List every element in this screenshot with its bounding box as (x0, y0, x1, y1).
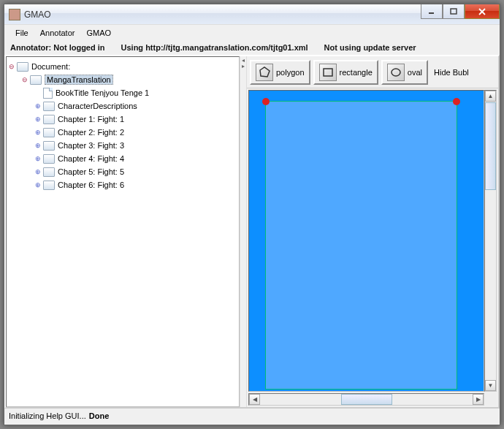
tree-label: Chapter 5: Fight: 5 (58, 167, 124, 176)
expand-icon[interactable]: ⊕ (34, 156, 41, 162)
svg-point-6 (392, 69, 400, 76)
oval-label: oval (408, 68, 422, 77)
tree-label: CharacterDescriptions (58, 102, 137, 110)
horizontal-scrollbar[interactable]: ◀ ▶ (248, 393, 484, 406)
expand-icon[interactable]: ⊕ (34, 129, 41, 136)
scroll-corner (484, 393, 497, 406)
close-button[interactable] (465, 4, 500, 19)
collapse-icon[interactable]: ⊖ (8, 64, 15, 70)
tree-label: Document: (31, 62, 70, 71)
scroll-left-icon[interactable]: ◀ (249, 394, 260, 405)
shape-toolbar: polygon rectangle oval Hide Bubl (247, 56, 498, 88)
folder-icon (43, 167, 55, 177)
selection-handle-nw[interactable] (262, 98, 270, 105)
app-window: GMAO File Annotator GMAO Annotator: Not … (4, 4, 500, 425)
menu-file[interactable]: File (10, 27, 34, 39)
folder-icon (30, 75, 42, 85)
hscroll-thumb[interactable] (341, 394, 392, 405)
login-status: Annotator: Not logged in (10, 43, 105, 52)
expand-icon[interactable]: ⊕ (34, 103, 41, 110)
info-bar: Annotator: Not logged in Using http://tj… (4, 40, 500, 55)
tree-label: MangaTranslation (45, 75, 113, 85)
menu-gmao[interactable]: GMAO (81, 27, 116, 39)
splitter-right-icon[interactable]: ▸ (242, 64, 245, 69)
app-icon (9, 9, 20, 20)
source-url: Using http://tjtg.mangatranslation.com/t… (121, 43, 308, 52)
update-status: Not using update server (324, 43, 416, 52)
file-icon (43, 88, 53, 99)
tree-label: Chapter 3: Fight: 3 (58, 141, 124, 150)
menu-annotator[interactable]: Annotator (35, 27, 80, 39)
folder-icon (43, 154, 55, 164)
vscroll-thumb[interactable] (485, 102, 496, 190)
tree-row[interactable]: ⊕Chapter 4: Fight: 4 (8, 152, 237, 165)
tree-row[interactable]: ⊕CharacterDescriptions (8, 99, 237, 113)
polygon-icon (256, 64, 273, 81)
tree-row[interactable]: ⊕Chapter 6: Fight: 6 (8, 178, 237, 191)
titlebar[interactable]: GMAO (4, 4, 500, 25)
tree-label: BookTitle Tenjyou Tenge 1 (56, 88, 149, 97)
svg-marker-4 (260, 67, 270, 77)
main-split: ⊖Document:⊖MangaTranslationBookTitle Ten… (4, 55, 500, 409)
footer-status: Initializing Help GUI... Done (4, 409, 500, 423)
right-panel: polygon rectangle oval Hide Bubl (247, 56, 498, 407)
folder-icon (43, 128, 55, 137)
svg-rect-5 (324, 69, 332, 76)
svg-rect-1 (451, 9, 457, 14)
tree-row[interactable]: ⊕Chapter 2: Fight: 2 (8, 126, 237, 139)
vertical-scrollbar[interactable]: ▲ ▼ (484, 90, 497, 392)
hide-bubbles-button[interactable]: Hide Bubl (431, 65, 472, 80)
tree-row[interactable]: BookTitle Tenjyou Tenge 1 (8, 86, 237, 99)
oval-icon (387, 64, 405, 81)
tree-label: Chapter 1: Fight: 1 (58, 115, 124, 124)
scroll-down-icon[interactable]: ▼ (485, 380, 496, 391)
oval-button[interactable]: oval (381, 60, 428, 85)
tree-label: Chapter 4: Fight: 4 (58, 154, 124, 163)
rectangle-button[interactable]: rectangle (313, 60, 378, 85)
splitter[interactable]: ◂ ▸ (240, 56, 247, 407)
folder-icon (17, 62, 28, 72)
polygon-button[interactable]: polygon (250, 60, 310, 85)
footer-text: Initializing Help GUI... (9, 411, 86, 420)
minimize-button[interactable] (421, 4, 443, 19)
canvas[interactable] (248, 90, 484, 392)
folder-icon (43, 102, 55, 111)
tree-row[interactable]: ⊖Document: (8, 60, 237, 73)
collapse-icon[interactable]: ⊖ (21, 77, 28, 83)
tree-row[interactable]: ⊕Chapter 3: Fight: 3 (8, 139, 237, 152)
folder-icon (43, 141, 55, 151)
scroll-right-icon[interactable]: ▶ (473, 394, 484, 405)
expand-icon[interactable]: ⊕ (34, 116, 41, 123)
expand-icon[interactable]: ⊕ (34, 182, 41, 189)
folder-icon (43, 115, 55, 124)
hide-label: Hide Bubl (434, 68, 469, 77)
rectangle-label: rectangle (340, 68, 373, 77)
tree-row[interactable]: ⊖MangaTranslation (8, 73, 237, 86)
tree-row[interactable]: ⊕Chapter 5: Fight: 5 (8, 165, 237, 178)
tree-row[interactable]: ⊕Chapter 1: Fight: 1 (8, 113, 237, 126)
tree-panel[interactable]: ⊖Document:⊖MangaTranslationBookTitle Ten… (6, 56, 240, 407)
polygon-label: polygon (276, 68, 305, 77)
expand-icon[interactable]: ⊕ (34, 143, 41, 149)
menubar: File Annotator GMAO (4, 25, 500, 40)
tree-label: Chapter 6: Fight: 6 (58, 181, 124, 189)
selection-handle-ne[interactable] (453, 98, 460, 105)
folder-icon (43, 181, 55, 190)
rectangle-icon (319, 64, 337, 81)
window-title: GMAO (24, 10, 51, 20)
expand-icon[interactable]: ⊕ (34, 169, 41, 175)
selection-rect[interactable] (265, 101, 457, 390)
tree-label: Chapter 2: Fight: 2 (58, 128, 124, 137)
footer-done: Done (89, 411, 110, 420)
maximize-button[interactable] (443, 4, 465, 19)
scroll-up-icon[interactable]: ▲ (485, 91, 496, 102)
